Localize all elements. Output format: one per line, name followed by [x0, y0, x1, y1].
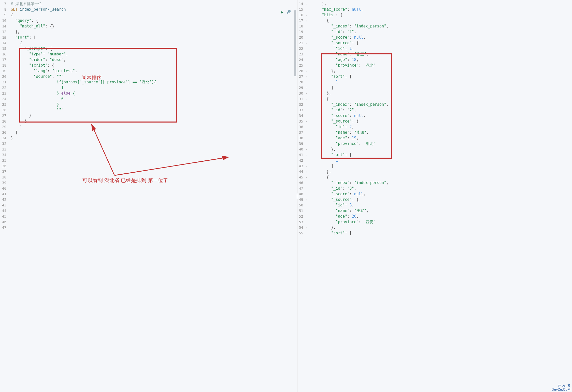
line-number: 35 ▾	[297, 118, 308, 124]
code-line[interactable]	[11, 191, 295, 197]
line-number: 43	[0, 202, 6, 208]
code-line[interactable]: "_source": {	[313, 197, 570, 202]
code-line[interactable]: "lang": "painless",	[11, 68, 295, 74]
code-line[interactable]: "age": 19,	[313, 135, 570, 141]
line-number: 36	[0, 163, 6, 169]
code-line[interactable]: "_score": null,	[313, 113, 570, 118]
code-line[interactable]: "sort": [	[313, 230, 570, 236]
code-line[interactable]: {	[11, 40, 295, 46]
code-line[interactable]: "match_all": {}	[11, 23, 295, 29]
code-line[interactable]: ]	[313, 163, 570, 169]
code-line[interactable]	[11, 174, 295, 180]
code-line[interactable]: "script": {	[11, 63, 295, 68]
code-line[interactable]	[11, 225, 295, 230]
code-line[interactable]: },	[11, 29, 295, 35]
line-number: 35	[0, 158, 6, 163]
code-line[interactable]: if(params['_source']['province'] == '湖北'…	[11, 79, 295, 85]
code-line[interactable]: }	[11, 113, 295, 118]
watermark-top: 开 发 者	[551, 384, 570, 387]
code-line[interactable]: "_script": {	[11, 46, 295, 51]
line-number: 52	[297, 214, 308, 219]
code-line[interactable]	[11, 219, 295, 225]
run-query-icon[interactable]: ▶	[281, 10, 283, 15]
code-line[interactable]: ]	[11, 130, 295, 135]
code-line[interactable]: "sort": [	[313, 152, 570, 158]
code-line[interactable]: }	[11, 118, 295, 124]
line-number: 13	[0, 35, 6, 40]
code-line[interactable]	[11, 202, 295, 208]
code-line[interactable]: "query": {	[11, 18, 295, 23]
code-line[interactable]: "hits": [	[313, 12, 570, 18]
code-line[interactable]	[11, 146, 295, 152]
code-line[interactable]: "type": "number",	[11, 51, 295, 57]
code-line[interactable]	[11, 197, 295, 202]
code-line[interactable]	[11, 180, 295, 186]
code-line[interactable]: 1	[313, 158, 570, 163]
panel-resize-handle[interactable]: ‖	[296, 193, 299, 199]
code-line[interactable]: "_id": "2",	[313, 107, 570, 113]
code-line[interactable]	[11, 214, 295, 219]
code-line[interactable]: "sort": [	[11, 35, 295, 40]
code-line[interactable]: },	[313, 146, 570, 152]
code-line[interactable]: "_source": {	[313, 40, 570, 46]
wrench-icon[interactable]	[287, 10, 291, 15]
code-line[interactable]: },	[313, 68, 570, 74]
code-line[interactable]: }	[11, 135, 295, 141]
code-line[interactable]: "_source": {	[313, 118, 570, 124]
request-code-area[interactable]: # 湖北省排第一位GET index_person/_search{ "quer…	[8, 0, 297, 392]
code-line[interactable]: "_index": "index_person",	[313, 23, 570, 29]
response-code-area[interactable]: }, "max_score": null, "hits": [ { "_inde…	[310, 0, 572, 392]
code-line[interactable]	[11, 169, 295, 174]
code-line[interactable]: {	[313, 96, 570, 102]
code-line[interactable]: "age": 20,	[313, 214, 570, 219]
line-number: 38	[0, 174, 6, 180]
code-line[interactable]: "_score": null,	[313, 191, 570, 197]
code-line[interactable]: "age": 18,	[313, 57, 570, 63]
code-line[interactable]: "source": """	[11, 74, 295, 79]
code-line[interactable]	[11, 141, 295, 146]
code-line[interactable]: "max_score": null,	[313, 7, 570, 12]
code-line[interactable]: "order": "desc",	[11, 57, 295, 63]
code-line[interactable]: "id": 2,	[313, 124, 570, 130]
code-line[interactable]: ]	[313, 85, 570, 91]
code-line[interactable]: "_id": "3",	[313, 186, 570, 191]
code-line[interactable]: },	[313, 1, 570, 7]
code-line[interactable]	[11, 158, 295, 163]
code-line[interactable]: "_score": null,	[313, 35, 570, 40]
code-line[interactable]	[11, 163, 295, 169]
code-line[interactable]: } else {	[11, 91, 295, 96]
code-line[interactable]: }	[11, 124, 295, 130]
code-line[interactable]: "_index": "index_person",	[313, 180, 570, 186]
code-line[interactable]: 1	[313, 79, 570, 85]
line-number: 19	[297, 29, 308, 35]
code-line[interactable]: "name": "张三",	[313, 51, 570, 57]
code-line[interactable]: },	[313, 225, 570, 230]
code-line[interactable]: "_index": "index_person",	[313, 102, 570, 107]
code-line[interactable]: "_id": "1",	[313, 29, 570, 35]
code-line[interactable]	[11, 208, 295, 214]
code-line[interactable]: },	[313, 169, 570, 174]
code-line[interactable]: GET index_person/_search	[11, 7, 295, 12]
code-line[interactable]: "name": "李四",	[313, 130, 570, 135]
code-line[interactable]: },	[313, 91, 570, 96]
code-line[interactable]	[11, 186, 295, 191]
left-line-gutter: 7 8 9 ▾10 ▾11 12 ▾13 14 ▾15 ▾16 17 18 ▾1…	[0, 0, 8, 392]
code-line[interactable]: {	[11, 12, 295, 18]
code-line[interactable]: 0	[11, 96, 295, 102]
code-line[interactable]: 1	[11, 85, 295, 91]
code-line[interactable]: "id": 1,	[313, 46, 570, 51]
scrollbar-thumb[interactable]	[294, 10, 296, 76]
code-line[interactable]: "name": "王武",	[313, 208, 570, 214]
code-line[interactable]: }	[11, 102, 295, 107]
code-line[interactable]: {	[313, 18, 570, 23]
code-line[interactable]: "sort": [	[313, 74, 570, 79]
code-line[interactable]: "id": 3,	[313, 202, 570, 208]
code-line[interactable]: # 湖北省排第一位	[11, 1, 295, 7]
code-line[interactable]: {	[313, 174, 570, 180]
line-number: 17	[0, 57, 6, 63]
code-line[interactable]: "province": "湖北"	[313, 141, 570, 146]
code-line[interactable]: "province": "湖北"	[313, 63, 570, 68]
code-line[interactable]	[11, 152, 295, 158]
code-line[interactable]: """	[11, 107, 295, 113]
code-line[interactable]: "province": "西安"	[313, 219, 570, 225]
